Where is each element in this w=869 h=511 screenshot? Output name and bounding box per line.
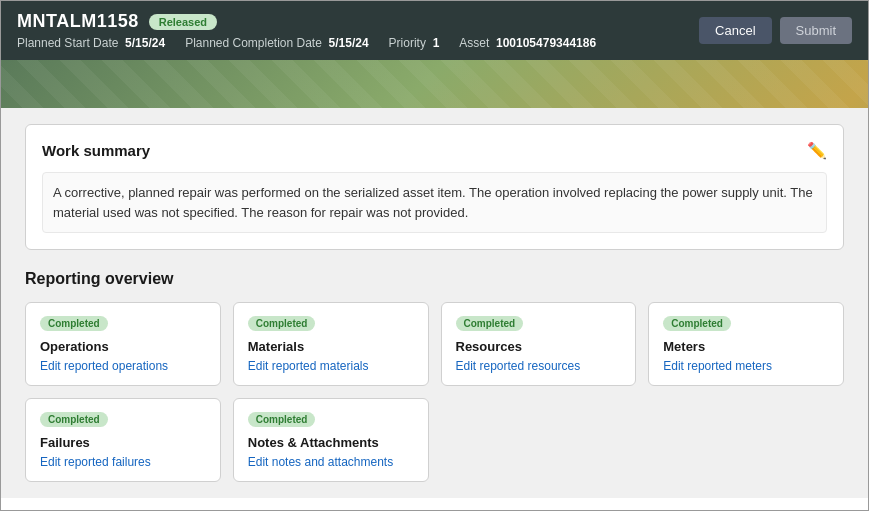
work-summary-card: Work summary ✏️ A corrective, planned re…: [25, 124, 844, 250]
badge-notes: Completed: [248, 412, 316, 427]
badge-resources: Completed: [456, 316, 524, 331]
priority-value: 1: [433, 36, 440, 50]
edit-meters-link[interactable]: Edit reported meters: [663, 359, 772, 373]
report-title-notes: Notes & Attachments: [248, 435, 414, 450]
planned-completion-label: Planned Completion Date 5/15/24: [185, 36, 368, 50]
page-title: MNTALM1158: [17, 11, 139, 32]
edit-operations-link[interactable]: Edit reported operations: [40, 359, 168, 373]
asset-value: 100105479344186: [496, 36, 596, 50]
report-title-failures: Failures: [40, 435, 206, 450]
submit-button[interactable]: Submit: [780, 17, 852, 44]
badge-operations: Completed: [40, 316, 108, 331]
edit-notes-link[interactable]: Edit notes and attachments: [248, 455, 393, 469]
reporting-overview-section: Reporting overview Completed Operations …: [25, 270, 844, 482]
reporting-overview-title: Reporting overview: [25, 270, 844, 288]
reporting-grid-row1: Completed Operations Edit reported opera…: [25, 302, 844, 386]
edit-materials-link[interactable]: Edit reported materials: [248, 359, 369, 373]
cancel-button[interactable]: Cancel: [699, 17, 771, 44]
badge-failures: Completed: [40, 412, 108, 427]
report-title-materials: Materials: [248, 339, 414, 354]
empty-card-2: [648, 398, 844, 482]
badge-materials: Completed: [248, 316, 316, 331]
edit-failures-link[interactable]: Edit reported failures: [40, 455, 151, 469]
planned-start-value: 5/15/24: [125, 36, 165, 50]
planned-completion-value: 5/15/24: [329, 36, 369, 50]
status-badge: Released: [149, 14, 217, 30]
edit-resources-link[interactable]: Edit reported resources: [456, 359, 581, 373]
report-card-notes: Completed Notes & Attachments Edit notes…: [233, 398, 429, 482]
decorative-banner: [1, 60, 868, 108]
report-card-meters: Completed Meters Edit reported meters: [648, 302, 844, 386]
empty-card-1: [441, 398, 637, 482]
report-card-operations: Completed Operations Edit reported opera…: [25, 302, 221, 386]
report-title-operations: Operations: [40, 339, 206, 354]
badge-meters: Completed: [663, 316, 731, 331]
planned-start-label: Planned Start Date 5/15/24: [17, 36, 165, 50]
report-card-resources: Completed Resources Edit reported resour…: [441, 302, 637, 386]
asset-label: Asset 100105479344186: [459, 36, 596, 50]
report-title-meters: Meters: [663, 339, 829, 354]
priority-label: Priority 1: [389, 36, 440, 50]
report-card-materials: Completed Materials Edit reported materi…: [233, 302, 429, 386]
work-summary-body: A corrective, planned repair was perform…: [42, 172, 827, 233]
reporting-grid-row2: Completed Failures Edit reported failure…: [25, 398, 844, 482]
work-summary-title: Work summary: [42, 142, 150, 159]
report-card-failures: Completed Failures Edit reported failure…: [25, 398, 221, 482]
report-title-resources: Resources: [456, 339, 622, 354]
edit-icon[interactable]: ✏️: [807, 141, 827, 160]
